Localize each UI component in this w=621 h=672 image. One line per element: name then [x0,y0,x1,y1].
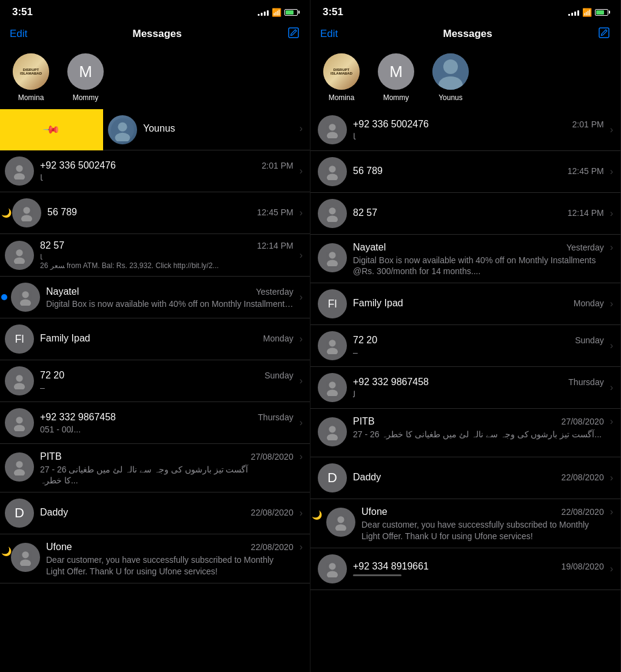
pinned-contact-younus-right[interactable]: Younus [429,53,472,102]
preview-0-right: ﺎ [353,132,604,141]
content-1-left: 56 789 12:45 PM [47,207,294,220]
chevron-10-right: › [610,563,613,574]
time-3-right: Yesterday [566,243,604,252]
sender-2-left: 82 57 [40,240,64,251]
message-list-left: 📌 Younus › [0,109,310,672]
message-list-right: +92 336 5002476 2:01 PM ﺎ › 56 789 12:45… [310,109,620,672]
msg-row-7-right[interactable]: PITB 27/08/2020 27 - 26 آگست تیز بارشوں … [310,409,620,457]
msg-row-2-right[interactable]: 82 57 12:14 PM › [310,193,620,235]
sender-8-right: Daddy [353,472,381,483]
chevron-9-left: › [300,542,303,553]
svg-point-2 [118,122,127,131]
status-time-right: 3:51 [323,6,343,18]
svg-point-15 [14,425,25,432]
msg-row-4-right[interactable]: Fl Family Ipad Monday › [310,283,620,325]
content-2-right: 82 57 12:14 PM [353,207,604,220]
sender-6-left: +92 332 9867458 [40,412,116,423]
msg-row-10-right[interactable]: +92 334 8919661 19/08/2020 › [310,548,620,590]
time-9-left: 22/08/2020 [251,542,294,552]
unread-dot-3-left [1,294,7,300]
msg-row-6-left[interactable]: +92 332 9867458 Thursday ﻟ00 - 051... › [0,402,310,444]
content-2-left: 82 57 12:14 PM ﺎﺴﻌﺮ 26 from ATM. Bal: Rs… [40,240,294,270]
content-5-left: 72 20 Sunday – [40,370,294,392]
msg-row-5-left[interactable]: 72 20 Sunday – › [0,360,310,402]
msg-row-9-right[interactable]: 🌙 Ufone 22/08/2020 Dear customer, you ha… [310,499,620,548]
msg-row-8-right[interactable]: D Daddy 22/08/2020 › [310,457,620,499]
sender-3-left: Nayatel [46,286,79,297]
content-8-left: Daddy 22/08/2020 [40,507,294,520]
time-2-right: 12:14 PM [568,208,604,218]
sender-10-right: +92 334 8919661 [353,561,429,572]
content-6-right: +92 332 9867458 Thursday ﻟ [353,377,604,399]
crescent-dot-1-left: 🌙 [1,208,12,218]
avatar-4-right: Fl [318,289,347,318]
msg-row-3-right[interactable]: Nayatel Yesterday Digital Box is now ava… [310,235,620,283]
edit-button-right[interactable]: Edit [320,28,338,40]
avatar-10-right [318,554,347,583]
msg-row-8-left[interactable]: D Daddy 22/08/2020 › [0,492,310,534]
content-9-left: Ufone 22/08/2020 Dear customer, you have… [46,542,294,576]
mommy-avatar-right: M [378,53,414,90]
msg-row-7-left[interactable]: PITB 27/08/2020 27 - 26 آگست تیز بارشوں … [0,444,310,492]
time-0-right: 2:01 PM [572,119,604,129]
younus-avatar-left [108,115,137,144]
edit-button-left[interactable]: Edit [10,28,27,40]
sender-1-left: 56 789 [47,207,77,218]
svg-point-40 [329,563,335,570]
pinned-contact-momina-right[interactable]: DISRUPTISLAMABAD Momina [320,53,363,102]
svg-point-39 [335,525,346,531]
compose-button-right[interactable] [597,26,611,42]
time-3-left: Yesterday [256,287,294,297]
chevron-7-left: › [300,451,303,462]
header-right: Edit Messages [310,22,620,49]
compose-button-left[interactable] [287,26,300,42]
younus-row-left[interactable]: Younus › [103,109,310,150]
content-6-left: +92 332 9867458 Thursday ﻟ00 - 051... [40,412,294,434]
content-5-right: 72 20 Sunday – [353,335,604,357]
msg-row-6-right[interactable]: +92 332 9867458 Thursday ﻟ › [310,367,620,409]
msg-row-3-left[interactable]: Nayatel Yesterday Digital Box is now ava… [0,277,310,318]
svg-point-34 [329,382,335,389]
chevron-1-left: › [300,207,303,218]
msg-row-4-left[interactable]: Fl Family Ipad Monday › [0,318,310,360]
svg-point-31 [327,260,338,267]
sender-5-left: 72 20 [40,370,64,381]
pinned-contact-mommy-left[interactable]: M Mommy [64,53,107,102]
pinned-contact-momina-left[interactable]: DISRUPTISLAMABAD Momina [10,53,52,102]
avatar-0-left [5,156,34,186]
svg-point-37 [327,434,338,441]
msg-row-1-right[interactable]: 56 789 12:45 PM › [310,151,620,193]
momina-name-right: Momina [329,93,355,102]
msg-row-0-left[interactable]: +92 336 5002476 2:01 PM ﺎ › [0,150,310,192]
svg-point-16 [16,461,22,468]
msg-row-5-right[interactable]: 72 20 Sunday – › [310,325,620,367]
content-0-right: +92 336 5002476 2:01 PM ﺎ [353,119,604,141]
svg-point-35 [327,390,338,397]
preview-6-right: ﻟ [353,389,604,399]
preview-9-right: Dear customer, you have successfully sub… [361,519,604,541]
right-phone-panel: 3:51 📶 Edit Messages [310,0,621,672]
sender-0-left: +92 336 5002476 [40,160,116,171]
time-8-right: 22/08/2020 [562,472,604,482]
avatar-3-right [318,243,347,272]
avatar-9-right [326,508,355,537]
sender-9-right: Ufone [361,506,388,517]
msg-row-9-left[interactable]: 🌙 Ufone 22/08/2020 Dear customer, you ha… [0,534,310,583]
avatar-3-left [11,283,40,312]
avatar-6-right [318,373,347,402]
pinned-younus-left[interactable]: 📌 Younus › [0,109,310,150]
svg-point-41 [327,571,338,577]
msg-row-2-left[interactable]: 82 57 12:14 PM ﺎﺴﻌﺮ 26 from ATM. Bal: Rs… [0,234,310,277]
younus-avatar-right [432,53,469,90]
msg-row-0-right[interactable]: +92 336 5002476 2:01 PM ﺎ › [310,109,620,151]
avatar-5-right [318,331,347,360]
pinned-contact-mommy-right[interactable]: M Mommy [375,53,417,102]
chevron-6-left: › [300,417,303,428]
preview-2-left: ﺎﺴﻌﺮ 26 from ATM. Bal: Rs. 23,932. Click… [40,253,294,270]
svg-rect-20 [599,28,609,38]
svg-point-5 [14,173,25,180]
mommy-name-left: Mommy [73,93,99,102]
time-7-left: 27/08/2020 [251,452,294,462]
msg-row-1-left[interactable]: 🌙 56 789 12:45 PM › [0,192,310,234]
svg-point-24 [329,124,335,130]
